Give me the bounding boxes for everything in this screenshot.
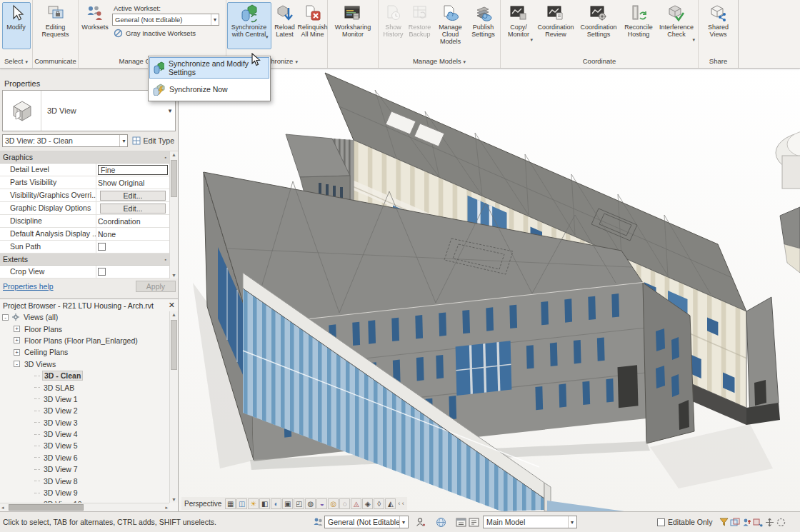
hide-isolate-icon[interactable]: ◒: [316, 498, 327, 509]
copy-monitor-button[interactable]: Copy/ Monitor: [503, 2, 534, 49]
tree-item-3d-view-8[interactable]: 3D View 8: [0, 475, 169, 486]
tree-item-floor-plans[interactable]: + Floor Plans: [0, 323, 169, 334]
scrollbar-thumb[interactable]: [9, 504, 84, 511]
shadows-icon[interactable]: ◧: [259, 498, 270, 509]
design-option-combo[interactable]: Main Model: [483, 516, 577, 528]
select-links-icon[interactable]: [718, 516, 729, 528]
chevron-down-icon[interactable]: [399, 516, 405, 528]
synchronize-with-central-button[interactable]: Synchronize with Central: [227, 2, 271, 49]
expand-icon[interactable]: +: [14, 326, 20, 332]
sun-path-checkbox[interactable]: [98, 243, 106, 251]
tree-item-3d-view-1[interactable]: 3D View 1: [0, 393, 169, 405]
exclude-options-icon[interactable]: [467, 516, 480, 528]
visibility-graphics-edit-button[interactable]: Edit...: [100, 191, 166, 201]
analytical-model-icon[interactable]: ◬: [351, 498, 361, 509]
viewbar-overflow-icon[interactable]: ‹ ‹: [398, 500, 404, 507]
crop-view-checkbox[interactable]: [98, 268, 106, 276]
show-crop-icon[interactable]: ◰: [294, 498, 304, 509]
visual-style-icon[interactable]: ◫: [236, 498, 247, 509]
manage-cloud-models-button[interactable]: Manage Cloud Models: [434, 2, 468, 49]
coordination-review-button[interactable]: Coordination Review: [535, 2, 576, 49]
relinquish-all-mine-button[interactable]: Relinquish All Mine: [299, 2, 327, 49]
worksets-status-icon[interactable]: [311, 516, 324, 528]
globe-icon[interactable]: [434, 516, 447, 528]
chevron-down-icon[interactable]: [530, 34, 533, 43]
temporary-view-icon[interactable]: ◌: [339, 498, 350, 509]
section-graphics[interactable]: Graphics▪: [0, 151, 169, 164]
chevron-down-icon[interactable]: [211, 14, 216, 25]
scroll-up-icon[interactable]: ▲: [170, 152, 178, 157]
manage-models-panel-label[interactable]: Manage Models: [379, 54, 500, 68]
edit-type-button[interactable]: Edit Type: [131, 136, 176, 145]
section-extents[interactable]: Extents▪: [0, 254, 169, 266]
tree-item-3d-view-2[interactable]: 3D View 2: [0, 405, 169, 416]
sun-path-icon[interactable]: ☀: [248, 498, 259, 509]
discipline-value[interactable]: Coordination: [98, 217, 141, 226]
editable-only-checkbox[interactable]: [657, 518, 665, 526]
chevron-down-icon[interactable]: [692, 34, 695, 43]
tree-item-3d-view-6[interactable]: 3D View 6: [0, 452, 169, 463]
browser-vertical-scrollbar[interactable]: ▲ ▼: [169, 311, 178, 503]
crop-view-icon[interactable]: ▣: [282, 498, 293, 509]
background-processes-icon[interactable]: [775, 516, 786, 528]
coordination-settings-button[interactable]: Coordination Settings: [577, 2, 620, 49]
select-pinned-icon[interactable]: [741, 516, 752, 528]
collapse-icon[interactable]: -: [2, 314, 9, 321]
expand-icon[interactable]: +: [14, 337, 20, 343]
select-panel-label[interactable]: Select: [0, 54, 32, 68]
properties-help-link[interactable]: Properties help: [3, 282, 54, 291]
tree-item-3d-view-7[interactable]: 3D View 7: [0, 463, 169, 475]
graphic-display-options-edit-button[interactable]: Edit...: [100, 204, 166, 214]
editing-requests-status-icon[interactable]: [414, 516, 427, 528]
design-options-icon[interactable]: [454, 516, 467, 528]
view-selector-combo[interactable]: 3D View: 3D - Clean: [2, 134, 128, 147]
gray-inactive-worksets-toggle[interactable]: Gray Inactive Worksets: [114, 29, 222, 38]
browser-horizontal-scrollbar[interactable]: ◂ ▸: [0, 503, 169, 511]
default-analysis-value[interactable]: None: [98, 230, 116, 239]
expand-icon[interactable]: +: [14, 349, 20, 356]
tree-item-3d-slab[interactable]: 3D SLAB: [0, 381, 169, 393]
scroll-left-icon[interactable]: ◂: [1, 505, 4, 511]
close-icon[interactable]: ✕: [169, 301, 175, 310]
apply-button[interactable]: Apply: [136, 281, 176, 292]
tree-item-3d-views[interactable]: - 3D Views: [0, 358, 169, 370]
lock-view-icon[interactable]: ◍: [305, 498, 316, 509]
chevron-down-icon[interactable]: [568, 516, 574, 528]
parts-visibility-value[interactable]: Show Original: [98, 179, 144, 187]
modify-button[interactable]: Modify: [2, 2, 31, 49]
scrollbar-thumb[interactable]: [171, 320, 177, 370]
scroll-down-icon[interactable]: ▼: [170, 497, 178, 502]
detail-level-icon[interactable]: ▦: [225, 498, 236, 509]
scrollbar-thumb[interactable]: [171, 160, 177, 197]
drawing-area[interactable]: Perspective ▦ ◫ ☀ ◧ ◐ ▣ ◰ ◍ ◒ ◎ ◌ ◬ ◈ ◊ …: [179, 69, 800, 511]
reconcile-hosting-button[interactable]: Reconcile Hosting: [621, 2, 656, 49]
tree-item-3d-view-9[interactable]: 3D View 9: [0, 487, 169, 498]
worksharing-monitor-button[interactable]: Worksharing Monitor: [331, 2, 375, 49]
scroll-right-icon[interactable]: ▸: [165, 505, 168, 511]
select-underlay-icon[interactable]: [729, 516, 741, 528]
editing-requests-button[interactable]: Editing Requests: [38, 2, 74, 49]
chevron-down-icon[interactable]: [266, 31, 269, 40]
menu-item-synchronize-now[interactable]: Synchronize Now: [149, 79, 269, 100]
tree-item-views-all[interactable]: - Views (all): [0, 311, 169, 323]
reveal-hidden-icon[interactable]: ◎: [328, 498, 339, 509]
tree-item-floor-plans-enlarged[interactable]: + Floor Plans (Floor Plan_Enlarged): [0, 335, 169, 346]
scroll-down-icon[interactable]: ▼: [170, 273, 178, 278]
worksharing-display-icon[interactable]: ◭: [385, 498, 396, 509]
active-workset-status-combo[interactable]: General (Not Editable): [324, 516, 409, 528]
tree-item-3d-view-4[interactable]: 3D View 4: [0, 428, 169, 440]
chevron-down-icon[interactable]: [119, 135, 125, 146]
collapse-icon[interactable]: -: [14, 361, 20, 367]
interference-check-button[interactable]: Interference Check: [657, 2, 696, 49]
tree-item-3d-view-3[interactable]: 3D View 3: [0, 417, 169, 428]
scroll-up-icon[interactable]: ▲: [170, 312, 178, 317]
tree-item-3d-view-5[interactable]: 3D View 5: [0, 440, 169, 451]
render-icon[interactable]: ◐: [271, 498, 281, 509]
displacement-icon[interactable]: ◈: [362, 498, 373, 509]
tree-item-ceiling-plans[interactable]: + Ceiling Plans: [0, 346, 169, 358]
select-by-face-icon[interactable]: [752, 516, 764, 528]
shared-views-button[interactable]: Shared Views: [702, 2, 735, 49]
publish-settings-button[interactable]: Publish Settings: [469, 2, 499, 49]
properties-scrollbar[interactable]: ▲ ▼: [169, 151, 178, 278]
tree-item-3d-clean[interactable]: 3D - Clean: [0, 370, 169, 381]
